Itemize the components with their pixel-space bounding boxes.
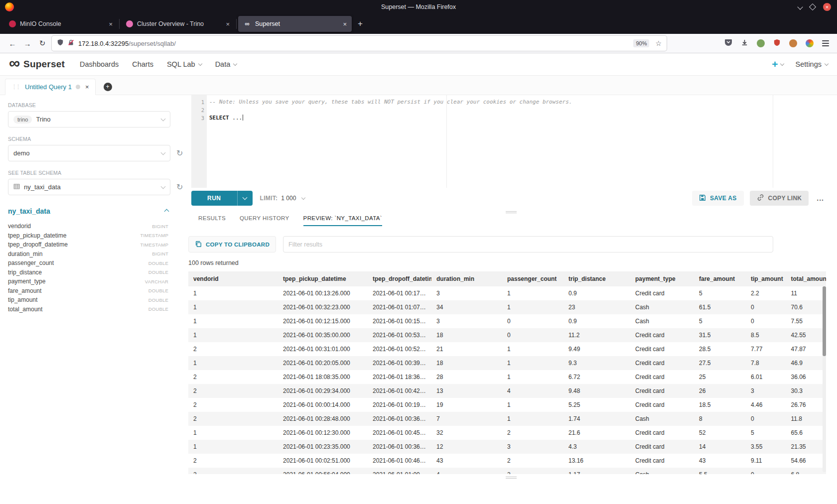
bookmark-star-icon[interactable]: ☆	[655, 39, 662, 47]
copy-link-button[interactable]: COPY LINK	[750, 191, 809, 206]
schema-column-row: vendorid BIGINT	[8, 222, 168, 231]
tab-preview[interactable]: PREVIEW: `NY_TAXI_DATA`	[303, 215, 383, 226]
column-header[interactable]: trip_distance	[563, 271, 630, 286]
url-bar[interactable]: 172.18.0.4:32295/superset/sqllab/ 90% ☆	[52, 36, 667, 51]
forward-button[interactable]: →	[20, 36, 35, 51]
column-name: duration_min	[8, 251, 42, 257]
more-options-button[interactable]: ...	[817, 194, 824, 202]
filter-results-input[interactable]	[283, 236, 773, 252]
ublock-shield-icon[interactable]	[773, 39, 781, 48]
cell-vendorid: 2	[188, 398, 278, 412]
save-icon	[699, 194, 706, 203]
column-header[interactable]: total_amount	[786, 271, 827, 286]
sql-comment-line: -- Note: Unless you save your query, the…	[207, 98, 773, 106]
window-close-button[interactable]: ×	[823, 3, 831, 11]
cell-passengers: 1	[502, 356, 563, 370]
query-tab-close-icon[interactable]: ×	[85, 83, 89, 91]
editor-toolbar: RUN LIMIT: 1 000 SAVE AS	[185, 188, 837, 209]
save-as-button[interactable]: SAVE AS	[692, 191, 743, 206]
cell-dropoff: 2021-06-01 00:53:17.000	[368, 328, 431, 342]
refresh-schemas-button[interactable]: ↻	[176, 149, 183, 157]
table-scrollbar-thumb[interactable]	[823, 286, 826, 356]
sql-editor[interactable]: 1 2 3 -- Note: Unless you save your quer…	[191, 95, 773, 188]
window-minimize-button[interactable]	[798, 5, 802, 9]
zoom-indicator[interactable]: 90%	[633, 39, 649, 47]
editor-code-area[interactable]: -- Note: Unless you save your query, the…	[207, 95, 773, 188]
new-query-tab-button[interactable]: +	[104, 83, 112, 91]
nav-charts[interactable]: Charts	[132, 60, 153, 68]
tab-close-icon[interactable]: ×	[343, 20, 347, 28]
table-schema-header[interactable]: ny_taxi_data	[8, 207, 168, 215]
tab-close-icon[interactable]: ×	[226, 20, 230, 28]
query-status-dot	[76, 85, 80, 89]
results-table: vendoridtpep_pickup_datetimetpep_dropoff…	[188, 271, 826, 474]
cell-tip: 9.11	[746, 454, 786, 468]
window-maximize-button[interactable]	[810, 4, 815, 9]
schema-column-row: fare_amount DOUBLE	[8, 286, 168, 296]
browser-tab-minio[interactable]: MinIO Console ×	[4, 16, 118, 32]
column-header[interactable]: vendorid	[188, 271, 278, 286]
insecure-lock-icon[interactable]	[68, 39, 74, 48]
column-header[interactable]: passenger_count	[502, 271, 563, 286]
column-type: DOUBLE	[148, 306, 168, 312]
browser-tab-superset[interactable]: ∞ Superset ×	[238, 16, 352, 32]
downloads-icon[interactable]	[741, 39, 748, 48]
browser-tab-trino[interactable]: Cluster Overview - Trino ×	[121, 16, 235, 32]
new-tab-button[interactable]: +	[358, 19, 363, 29]
cell-pickup: 2021-06-01 00:20:05.000	[278, 356, 368, 370]
settings-menu[interactable]: Settings	[796, 60, 828, 68]
extension-icon-3[interactable]	[806, 39, 814, 47]
resize-handle-bottom[interactable]	[185, 474, 837, 481]
schema-select[interactable]: demo	[8, 145, 170, 161]
cell-payment: Cash	[630, 314, 694, 328]
column-header[interactable]: duration_min	[431, 271, 502, 286]
tab-query-history[interactable]: QUERY HISTORY	[240, 215, 289, 225]
limit-label: LIMIT:	[260, 195, 278, 202]
extension-icon-1[interactable]	[757, 39, 765, 47]
cell-tip: 8.5	[746, 328, 786, 342]
schema-column-row: total_amount DOUBLE	[8, 305, 168, 314]
column-header[interactable]: tpep_dropoff_datetime	[368, 271, 431, 286]
column-header[interactable]: tip_amount	[746, 271, 786, 286]
nav-sql-lab[interactable]: SQL Lab	[167, 60, 202, 68]
run-options-caret[interactable]	[237, 191, 253, 206]
database-select[interactable]: trino Trino	[8, 111, 170, 127]
query-tab-active[interactable]: ⋮⋮ Untitled Query 1 ×	[5, 79, 96, 95]
pocket-icon[interactable]	[724, 38, 732, 48]
collapse-chevron-icon[interactable]	[164, 209, 169, 214]
refresh-tables-button[interactable]: ↻	[176, 183, 183, 191]
cell-fare: 5.5	[694, 468, 746, 474]
cell-tip: 0	[746, 412, 786, 426]
add-new-button[interactable]: +	[772, 58, 783, 70]
nav-dashboards[interactable]: Dashboards	[80, 60, 119, 68]
reload-button[interactable]: ↻	[35, 36, 50, 51]
drag-handle-icon[interactable]: ⋮⋮	[11, 84, 19, 90]
nav-label: SQL Lab	[167, 60, 195, 68]
resize-handle[interactable]	[185, 209, 837, 215]
nav-data[interactable]: Data	[215, 60, 237, 68]
column-header[interactable]: payment_type	[630, 271, 694, 286]
tab-close-icon[interactable]: ×	[109, 20, 113, 28]
menu-button[interactable]	[822, 40, 829, 46]
tab-results[interactable]: RESULTS	[198, 215, 226, 225]
table-row: 2 2021-06-01 00:29:34.000 2021-06-01 00:…	[188, 384, 826, 398]
table-select[interactable]: ny_taxi_data	[8, 179, 170, 195]
results-table-container: vendoridtpep_pickup_datetimetpep_dropoff…	[188, 271, 826, 474]
run-button[interactable]: RUN	[191, 191, 237, 206]
back-button[interactable]: ←	[5, 36, 20, 51]
copy-to-clipboard-button[interactable]: COPY TO CLIPBOARD	[188, 236, 276, 252]
column-header[interactable]: fare_amount	[694, 271, 746, 286]
limit-dropdown[interactable]: LIMIT: 1 000	[260, 195, 305, 202]
extension-icon-2[interactable]	[789, 39, 797, 47]
cell-total: 47.87	[786, 342, 827, 356]
column-header[interactable]: tpep_pickup_datetime	[278, 271, 368, 286]
window-controls: ×	[798, 0, 831, 14]
tracking-shield-icon[interactable]	[57, 39, 64, 48]
table-row: 1 2021-06-01 00:32:23.000 2021-06-01 01:…	[188, 300, 826, 314]
superset-logo[interactable]: ∞ Superset	[9, 59, 65, 70]
table-header-row: vendoridtpep_pickup_datetimetpep_dropoff…	[188, 271, 826, 286]
cell-dropoff: 2021-06-01 00:17:14.000	[368, 286, 431, 300]
cell-tip: 6.01	[746, 370, 786, 384]
column-type: TIMESTAMP	[140, 233, 168, 238]
table-row: 1 2021-06-01 00:35:00.000 2021-06-01 00:…	[188, 328, 826, 342]
